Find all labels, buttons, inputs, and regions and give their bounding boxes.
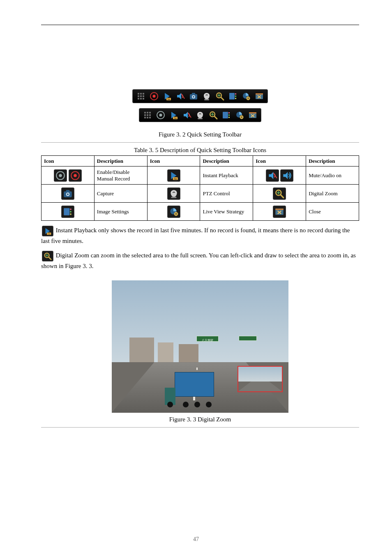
desc-cell: Digital Zoom — [306, 185, 359, 203]
instant-playback-icon — [167, 169, 180, 182]
th-desc: Description — [94, 156, 147, 166]
live-strategy-icon — [167, 206, 180, 218]
capture-icon — [188, 91, 199, 101]
paragraph-text: Instant Playback only shows the record i… — [41, 227, 350, 244]
road-sign-text: 八方来财 — [196, 338, 219, 342]
digital-zoom-paragraph: Digital Zoom can zoom in the selected ar… — [41, 251, 359, 271]
close-icon — [254, 91, 265, 101]
digital-zoom-icon — [42, 251, 53, 261]
figure-2-caption: Figure 3. 3 Digital Zoom — [41, 416, 359, 423]
instant-playback-icon — [161, 91, 173, 101]
table-caption: Table 3. 5 Description of Quick Setting … — [41, 147, 359, 154]
drag-handle-icon — [142, 110, 153, 120]
close-icon — [273, 206, 286, 218]
table-row: Enable/Disable Manual Record Instant Pla… — [42, 166, 359, 185]
table-header-row: Icon Description Icon Description Icon D… — [42, 156, 359, 166]
record-toggle-icon — [54, 169, 67, 182]
desc-cell: Mute/Audio on — [306, 166, 359, 185]
figure-divider — [41, 427, 359, 428]
page-number: 47 — [0, 536, 392, 543]
th-icon: Icon — [147, 156, 200, 166]
audio-toggle-icon — [280, 169, 293, 182]
desc-cell: PTZ Control — [200, 185, 253, 203]
ptz-control-icon — [167, 187, 180, 200]
desc-cell: Instant Playback — [200, 166, 253, 185]
digital-zoom-icon — [273, 187, 286, 200]
close-icon — [247, 110, 258, 120]
icon-description-table: Icon Description Icon Description Icon D… — [41, 155, 359, 221]
paragraph-suffix: . — [92, 263, 94, 269]
instant-playback-icon — [168, 110, 180, 120]
desc-cell: Capture — [94, 185, 147, 203]
th-icon: Icon — [253, 156, 306, 166]
table-row: Capture PTZ Control Digital Zoom — [42, 185, 359, 203]
record-off-icon — [155, 110, 166, 120]
image-settings-icon — [221, 110, 232, 120]
desc-cell: Image Settings — [94, 203, 147, 221]
live-strategy-icon — [234, 110, 245, 120]
quick-setting-toolbar-8 — [139, 108, 261, 122]
audio-off-icon — [181, 110, 193, 120]
record-on-icon — [148, 91, 160, 101]
instant-playback-icon — [42, 226, 53, 236]
ptz-control-icon — [201, 91, 212, 101]
zoom-selection-rectangle — [238, 366, 283, 392]
image-settings-icon — [227, 91, 239, 101]
live-strategy-icon — [240, 91, 252, 101]
audio-off-icon — [175, 91, 186, 101]
header-divider — [41, 25, 359, 25]
desc-cell: Enable/Disable Manual Record — [94, 166, 147, 185]
drag-handle-icon — [135, 91, 147, 101]
th-icon: Icon — [42, 156, 95, 166]
capture-icon — [61, 187, 74, 200]
quick-setting-toolbar-9 — [132, 89, 268, 103]
figure-divider — [41, 142, 359, 143]
ptz-control-icon — [194, 110, 206, 120]
figure-1-caption: Figure 3. 2 Quick Setting Toolbar — [41, 131, 359, 138]
digital-zoom-screenshot: 八方来财 — [112, 280, 288, 413]
digital-zoom-icon — [208, 110, 219, 120]
th-desc: Description — [200, 156, 253, 166]
instant-playback-paragraph: Instant Playback only shows the record i… — [41, 226, 359, 246]
figure-ref: Figure 3. 3 — [65, 263, 92, 269]
image-settings-icon — [61, 206, 74, 218]
desc-cell: Live View Strategy — [200, 203, 253, 221]
desc-cell: Close — [306, 203, 359, 221]
record-toggle-icon — [69, 169, 82, 182]
digital-zoom-icon — [214, 91, 226, 101]
audio-toggle-icon — [266, 169, 279, 182]
th-desc: Description — [306, 156, 359, 166]
table-row: Image Settings Live View Strategy Close — [42, 203, 359, 221]
